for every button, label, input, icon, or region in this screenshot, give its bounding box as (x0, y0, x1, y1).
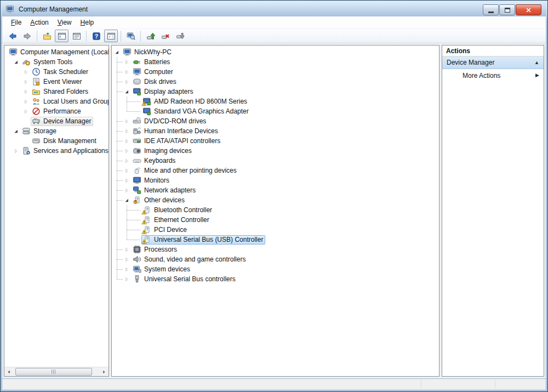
expand-arrow-icon[interactable] (23, 99, 29, 105)
expand-arrow-icon[interactable] (13, 148, 19, 154)
expand-arrow-icon[interactable] (23, 79, 29, 85)
tree-item-universal-serial-bus-usb-controller[interactable]: ?Universal Serial Bus (USB) Controller (112, 235, 439, 245)
menu-file[interactable]: File (7, 18, 26, 27)
tree-item-label: Computer (144, 67, 173, 76)
tree-item-human-interface-devices[interactable]: Human Interface Devices (112, 126, 439, 136)
tree-item-mice-and-other-pointing-devices[interactable]: Mice and other pointing devices (112, 166, 439, 175)
help-button[interactable]: ? (89, 30, 103, 42)
expand-arrow-icon[interactable] (124, 266, 130, 272)
update-driver-button[interactable] (144, 30, 157, 42)
toolbar-separator (86, 31, 87, 42)
tree-item-disk-drives[interactable]: Disk drives (112, 77, 439, 87)
tree-item-ide-ata-atapi-controllers[interactable]: IDE ATA/ATAPI controllers (112, 136, 439, 146)
tree-item-network-adapters[interactable]: Network adapters (112, 185, 439, 195)
expand-arrow-icon[interactable] (124, 168, 130, 174)
tree-item-storage[interactable]: Storage (4, 126, 109, 136)
tree-item-monitors[interactable]: Monitors (112, 175, 439, 185)
export-list-button[interactable] (40, 30, 54, 42)
restore-button[interactable] (499, 4, 515, 15)
expand-arrow-icon[interactable] (124, 118, 130, 124)
menu-view[interactable]: View (53, 18, 76, 27)
tree-item-computer-management-local[interactable]: Computer Management (Local (4, 47, 109, 57)
expand-arrow-icon[interactable] (23, 89, 29, 95)
tree-item-ethernet-controller[interactable]: ?Ethernet Controller (112, 215, 439, 225)
tree-item-other-devices[interactable]: ??Other devices (112, 195, 439, 205)
tree-item-amd-radeon-hd-8600m-series[interactable]: AMD Radeon HD 8600M Series (112, 96, 439, 106)
actionpane-icon (107, 32, 116, 41)
tree-item-device-manager[interactable]: Device Manager (4, 116, 109, 126)
tree-item-universal-serial-bus-controllers[interactable]: Universal Serial Bus controllers (112, 274, 439, 284)
show-action-pane-button[interactable] (104, 30, 118, 42)
selected-tree-item: ?Universal Serial Bus (USB) Controller (141, 235, 265, 245)
close-button[interactable] (516, 4, 541, 15)
tree-item-shared-folders[interactable]: Shared Folders (4, 87, 109, 96)
more-actions-item[interactable]: More Actions ▶ (442, 69, 544, 82)
tree-item-display-adapters[interactable]: Display adapters (112, 87, 439, 96)
expand-arrow-icon[interactable] (124, 188, 130, 194)
collapse-arrow-icon[interactable] (13, 59, 19, 65)
collapse-arrow-icon[interactable] (13, 128, 19, 134)
collapse-arrow-icon[interactable] (124, 89, 130, 95)
scroll-left-button[interactable] (4, 367, 14, 376)
tree-connector-line (117, 92, 123, 92)
show-console-tree-button[interactable] (55, 30, 68, 42)
tree-item-system-devices[interactable]: System devices (112, 264, 439, 274)
expand-arrow-icon[interactable] (124, 69, 130, 75)
tree-item-pci-device[interactable]: ?PCI Device (112, 225, 439, 235)
expand-arrow-icon[interactable] (124, 178, 130, 184)
tree-item-disk-management[interactable]: Disk Management (4, 136, 109, 146)
tree-item-label: IDE ATA/ATAPI controllers (144, 137, 220, 145)
expand-arrow-icon[interactable] (23, 109, 29, 115)
forward-button[interactable] (20, 30, 34, 42)
tree-item-event-viewer[interactable]: Event Viewer (4, 77, 109, 87)
scroll-thumb[interactable] (15, 368, 92, 376)
collapse-arrow-icon[interactable]: ▲ (534, 60, 539, 65)
tree-item-dvd-cd-rom-drives[interactable]: DVD/CD-ROM drives (112, 116, 439, 126)
expand-arrow-icon[interactable] (124, 79, 130, 85)
tree-item-computer[interactable]: Computer (112, 67, 439, 77)
expand-arrow-icon[interactable] (124, 247, 130, 253)
expand-arrow-icon[interactable] (124, 59, 130, 65)
tree-item-content: Performance (31, 107, 83, 116)
minimize-button[interactable] (483, 4, 499, 15)
tree-item-sound-video-and-game-controllers[interactable]: Sound, video and game controllers (112, 254, 439, 264)
collapse-arrow-icon[interactable] (114, 49, 120, 55)
tree-item-label: Display adapters (144, 87, 193, 96)
disable-device-button[interactable] (173, 30, 187, 42)
scroll-track[interactable] (14, 367, 99, 376)
tree-item-performance[interactable]: Performance (4, 106, 109, 116)
tree-item-batteries[interactable]: Batteries (112, 57, 439, 67)
tree-item-keyboards[interactable]: Keyboards (112, 156, 439, 166)
back-button[interactable] (5, 30, 19, 42)
collapse-arrow-icon[interactable] (124, 197, 130, 203)
scroll-right-button[interactable] (99, 367, 109, 376)
tree-item-system-tools[interactable]: System Tools (4, 57, 109, 67)
expand-arrow-icon[interactable] (124, 158, 130, 164)
expand-arrow-icon[interactable] (23, 69, 29, 75)
tree-item-nickwhy-pc[interactable]: NickWhy-PC (112, 47, 439, 57)
title-bar[interactable]: Computer Management (2, 2, 546, 16)
expand-arrow-icon[interactable] (124, 128, 130, 134)
expand-arrow-icon[interactable] (124, 148, 130, 154)
horizontal-scrollbar[interactable] (4, 367, 109, 376)
uninstall-device-button[interactable] (158, 30, 172, 42)
tree-item-content: Mice and other pointing devices (132, 166, 239, 175)
clock-icon (32, 67, 41, 76)
tree-item-standard-vga-graphics-adapter[interactable]: Standard VGA Graphics Adapter (112, 106, 439, 116)
scan-for-hardware-changes-button[interactable] (124, 30, 138, 42)
tree-item-task-scheduler[interactable]: Task Scheduler (4, 67, 109, 77)
properties-button[interactable] (70, 30, 83, 42)
expand-arrow-icon[interactable] (124, 276, 130, 282)
tree-item-services-and-applications[interactable]: Services and Applications (4, 146, 109, 156)
content-area: Computer Management (LocalSystem ToolsTa… (2, 43, 546, 378)
tree-item-imaging-devices[interactable]: Imaging devices (112, 146, 439, 156)
tree-item-processors[interactable]: Processors (112, 245, 439, 254)
menu-help[interactable]: Help (76, 18, 99, 27)
actions-group-device-manager[interactable]: Device Manager ▲ (442, 56, 544, 69)
menu-action[interactable]: Action (26, 18, 53, 27)
expand-arrow-icon[interactable] (124, 257, 130, 263)
tree-item-local-users-and-groups[interactable]: Local Users and Groups (4, 96, 109, 106)
tree-item-bluetooth-controller[interactable]: ?Bluetooth Controller (112, 205, 439, 215)
computer-management-window: Computer Management FileActionViewHelp ?… (0, 0, 548, 392)
expand-arrow-icon[interactable] (124, 138, 130, 144)
